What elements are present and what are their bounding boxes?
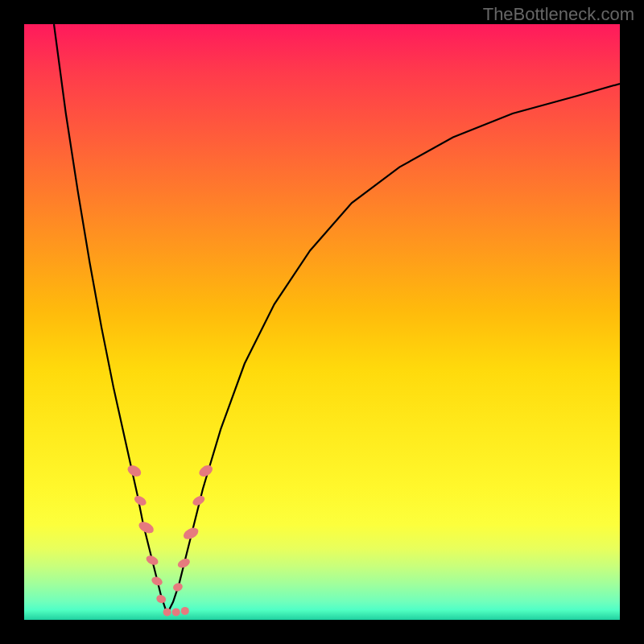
watermark-text: TheBottleneck.com: [483, 4, 634, 25]
curve-marker: [163, 608, 171, 616]
curve-marker: [171, 581, 184, 592]
curve-marker: [145, 554, 160, 567]
curve-marker: [126, 463, 143, 478]
curve-marker: [181, 607, 189, 615]
curve-marker: [155, 593, 167, 605]
bottleneck-curve-plot: [24, 24, 620, 620]
curve-marker: [172, 608, 180, 616]
curve-right-branch: [167, 84, 620, 614]
curve-marker: [151, 575, 164, 587]
